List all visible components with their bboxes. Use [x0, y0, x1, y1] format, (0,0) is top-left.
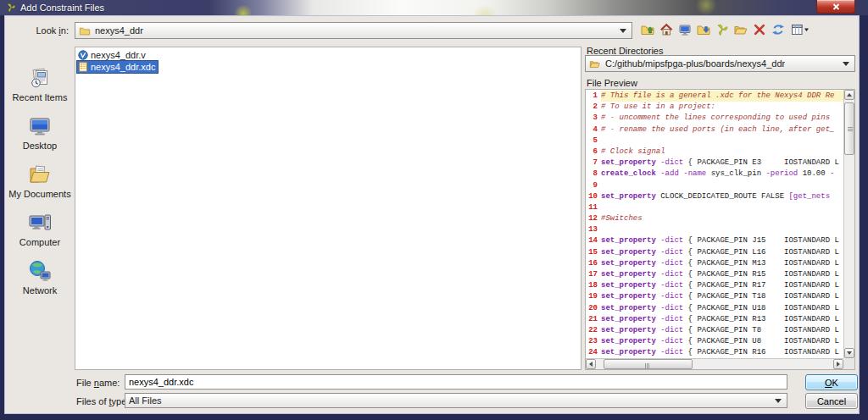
recent-directories-combo[interactable]: C:/github/mipsfpga-plus/boards/nexys4_dd… [585, 55, 855, 72]
horizontal-scrollbar-thumb[interactable] [604, 359, 693, 369]
line-number: 8 [586, 169, 598, 180]
desktop-view-button[interactable] [676, 23, 693, 38]
code-text: set_property -dict { PACKAGE_PIN U8 IOST… [601, 336, 843, 347]
recent-items-icon [28, 66, 52, 91]
code-line: 20set_property -dict { PACKAGE_PIN U18 I… [586, 303, 843, 314]
sidebar-item-recent-items[interactable]: Recent Items [7, 66, 73, 102]
computer-icon [28, 211, 52, 236]
horizontal-scrollbar[interactable] [586, 358, 843, 369]
arrow-left-icon [589, 362, 593, 367]
dialog-content: Look in: nexys4_ddr Recent ItemsDesktopM… [4, 15, 860, 414]
chevron-down-icon [620, 29, 626, 33]
code-line: 24set_property -dict { PACKAGE_PIN R16 I… [586, 347, 843, 358]
scroll-up-button[interactable] [844, 90, 854, 100]
arrow-down-icon [847, 351, 852, 355]
home-icon [659, 23, 673, 39]
view-menu-button[interactable] [788, 23, 811, 38]
sidebar-item-label: My Documents [7, 189, 73, 199]
file-list[interactable]: nexys4_ddr.vnexys4_ddr.xdc [75, 47, 581, 370]
code-text: set_property -dict { PACKAGE_PIN T18 IOS… [601, 291, 843, 302]
code-text: # To use it in a project: [601, 102, 843, 113]
open-folder-icon [734, 23, 748, 39]
code-line: 14set_property -dict { PACKAGE_PIN J15 I… [586, 235, 843, 246]
code-text: set_property CLOCK_DEDICATED_ROUTE FALSE… [601, 191, 843, 202]
vivado-logo-icon [715, 23, 729, 39]
code-text: set_property -dict { PACKAGE_PIN M13 IOS… [601, 258, 843, 269]
code-line: 21set_property -dict { PACKAGE_PIN R13 I… [586, 314, 843, 325]
code-text: #Switches [601, 213, 843, 224]
refresh-button[interactable] [770, 23, 786, 38]
code-text: # - rename the used ports (in each line,… [601, 124, 843, 135]
code-text: set_property -dict { PACKAGE_PIN E3 IOST… [601, 158, 843, 169]
line-number: 16 [586, 258, 598, 269]
code-line: 2# To use it in a project: [586, 102, 843, 113]
close-icon [832, 2, 840, 12]
xdc-file-icon [78, 62, 88, 72]
ok-button[interactable]: OK [805, 374, 858, 390]
thumb-grip [848, 127, 853, 128]
folder-up-icon [641, 23, 654, 39]
file-item-nexys4_ddr.xdc[interactable]: nexys4_ddr.xdc [77, 61, 581, 73]
files-of-type-value: All Files [129, 395, 162, 406]
line-number: 24 [586, 347, 598, 358]
line-number: 12 [586, 213, 598, 224]
file-item-label: nexys4_ddr.v [91, 50, 146, 60]
folder-icon [79, 25, 91, 36]
code-line: 18set_property -dict { PACKAGE_PIN R17 I… [586, 280, 843, 291]
code-line: 19set_property -dict { PACKAGE_PIN T18 I… [586, 291, 843, 302]
delete-icon [753, 23, 766, 39]
code-line: 9 [586, 180, 843, 191]
sidebar-item-my-documents[interactable]: My Documents [7, 163, 73, 199]
code-text [601, 180, 843, 191]
scroll-left-button[interactable] [586, 359, 596, 369]
look-in-combo[interactable]: nexys4_ddr [75, 22, 632, 39]
code-text: set_property -dict { PACKAGE_PIN R15 IOS… [601, 269, 843, 280]
sidebar-item-computer[interactable]: Computer [7, 211, 73, 247]
close-button[interactable] [816, 0, 855, 14]
sidebar-item-desktop[interactable]: Desktop [7, 114, 73, 151]
line-number: 23 [586, 336, 598, 347]
sidebar-item-label: Desktop [7, 141, 73, 151]
scroll-down-button[interactable] [844, 348, 854, 358]
title-bar: Add Constraint Files [0, 0, 868, 15]
code-line: 12#Switches [586, 213, 843, 224]
cancel-button[interactable]: Cancel [805, 393, 858, 409]
line-number: 7 [586, 158, 598, 169]
vertical-scrollbar-thumb[interactable] [844, 102, 854, 155]
line-number: 20 [586, 303, 598, 314]
delete-button[interactable] [751, 23, 767, 38]
vertical-scrollbar[interactable] [843, 90, 854, 358]
create-folder-button[interactable] [695, 23, 711, 38]
line-number: 21 [586, 314, 598, 325]
open-folder-button[interactable] [732, 23, 748, 38]
line-number: 4 [586, 124, 598, 135]
file-item-label: nexys4_ddr.xdc [91, 62, 155, 72]
look-in-label: Look in: [11, 25, 69, 36]
sidebar-item-network[interactable]: Network [7, 259, 73, 296]
line-number: 18 [586, 280, 598, 291]
line-number: 1 [586, 91, 598, 102]
scrollbar-corner [843, 358, 854, 369]
look-in-value: nexys4_ddr [95, 25, 143, 36]
line-number: 13 [586, 224, 598, 235]
vivado-logo-icon [6, 3, 16, 13]
scroll-right-button[interactable] [833, 359, 843, 369]
vivado-logo-button[interactable] [714, 23, 730, 38]
file-name-input[interactable] [125, 374, 787, 390]
code-view: 1# This file is a general .xdc for the N… [586, 90, 843, 358]
home-button[interactable] [658, 23, 674, 38]
folder-up-button[interactable] [639, 23, 655, 38]
line-number: 15 [586, 247, 598, 258]
code-line: 10set_property CLOCK_DEDICATED_ROUTE FAL… [586, 191, 843, 202]
code-line: 4# - rename the used ports (in each line… [586, 124, 843, 135]
code-text: create_clock -add -name sys_clk_pin -per… [601, 169, 843, 180]
arrow-right-icon [837, 362, 840, 367]
code-text: set_property -dict { PACKAGE_PIN R16 IOS… [601, 347, 843, 358]
files-of-type-label: Files of type: [76, 396, 129, 406]
file-item-inner: nexys4_ddr.v [77, 49, 148, 61]
line-number: 3 [586, 113, 598, 124]
files-of-type-combo[interactable]: All Files [125, 393, 787, 408]
file-preview-label: File Preview [587, 78, 637, 88]
code-text [601, 202, 843, 213]
file-item-nexys4_ddr.v[interactable]: nexys4_ddr.v [77, 49, 581, 61]
